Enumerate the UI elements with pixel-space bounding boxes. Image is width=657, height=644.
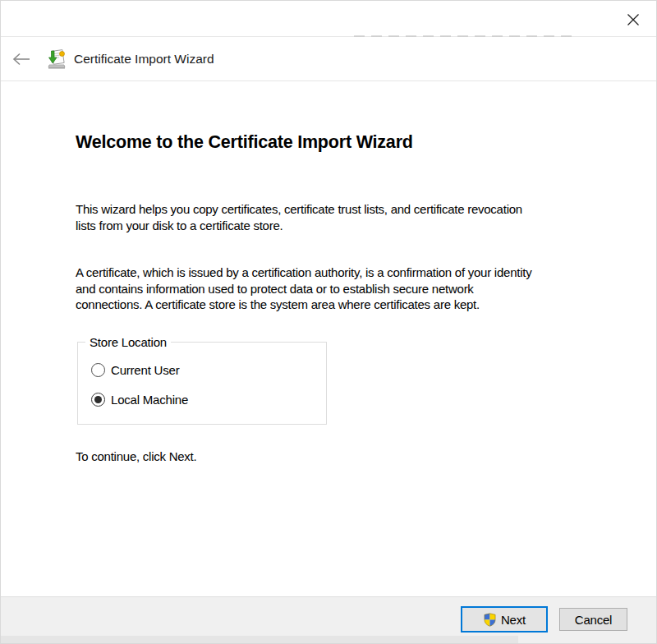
store-location-legend: Store Location: [85, 335, 171, 349]
back-button[interactable]: [11, 51, 33, 67]
radio-button-current-user[interactable]: [91, 363, 105, 377]
radio-button-local-machine[interactable]: [91, 393, 105, 407]
button-footer: Next Cancel: [1, 596, 656, 643]
back-arrow-icon: [11, 52, 31, 67]
radio-label-local-machine[interactable]: Local Machine: [111, 393, 188, 407]
intro-paragraph: This wizard helps you copy certificates,…: [76, 201, 522, 233]
close-button[interactable]: [620, 8, 646, 31]
wizard-header: Certificate Import Wizard: [1, 37, 656, 81]
store-location-groupbox: Store Location Current User Local Machin…: [77, 342, 327, 425]
render-artifact-bottom: [1, 636, 518, 643]
certificate-import-icon: [45, 48, 68, 71]
uac-shield-icon: [483, 613, 497, 627]
cancel-button[interactable]: Cancel: [559, 608, 627, 631]
radio-label-current-user[interactable]: Current User: [111, 363, 179, 377]
close-icon: [627, 13, 640, 26]
continue-hint: To continue, click Next.: [76, 449, 196, 463]
certificate-import-wizard-window: Certificate Import Wizard Welcome to the…: [0, 0, 657, 644]
radio-current-user[interactable]: Current User: [91, 363, 179, 377]
title-bar: [1, 1, 656, 36]
wizard-title: Certificate Import Wizard: [74, 51, 214, 67]
radio-local-machine[interactable]: Local Machine: [91, 393, 188, 407]
wizard-content: Welcome to the Certificate Import Wizard…: [1, 81, 656, 596]
next-button-label: Next: [501, 613, 526, 627]
next-button[interactable]: Next: [461, 606, 548, 632]
page-title: Welcome to the Certificate Import Wizard: [76, 132, 413, 153]
description-paragraph: A certificate, which is issued by a cert…: [76, 264, 531, 313]
cancel-button-label: Cancel: [575, 613, 613, 627]
